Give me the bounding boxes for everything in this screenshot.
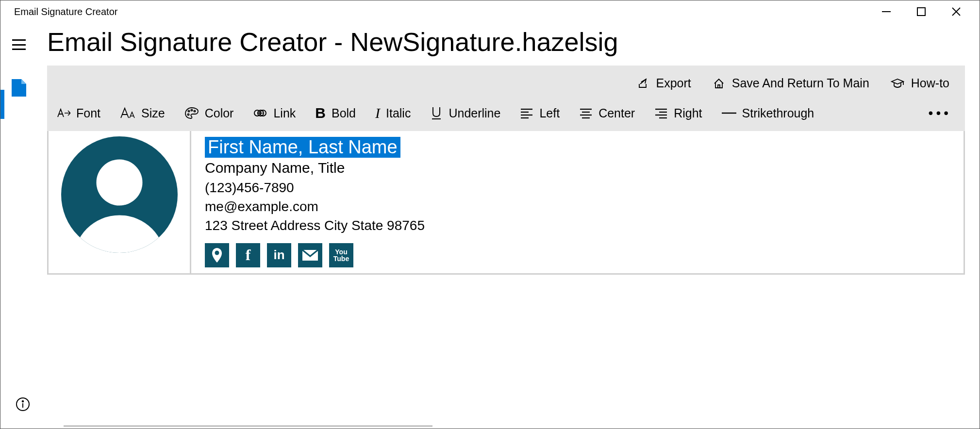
signature-name[interactable]: First Name, Last Name (205, 137, 400, 158)
align-right-label: Right (674, 106, 702, 120)
menu-button[interactable] (12, 39, 26, 50)
linkedin-icon[interactable]: in (267, 243, 291, 267)
signature-company[interactable]: Company Name, Title (205, 158, 950, 178)
align-left-button[interactable]: Left (520, 106, 560, 120)
font-icon (56, 106, 70, 120)
maximize-button[interactable] (915, 6, 927, 17)
save-return-button[interactable]: Save And Return To Main (713, 76, 869, 90)
svg-point-29 (215, 250, 219, 255)
size-icon (120, 106, 135, 120)
svg-point-7 (187, 114, 189, 115)
link-icon (253, 108, 267, 118)
graduation-icon (891, 77, 904, 90)
size-button[interactable]: Size (120, 106, 165, 120)
horizontal-scrollbar[interactable] (64, 425, 432, 427)
svg-point-4 (188, 110, 189, 112)
minimize-button[interactable] (880, 6, 892, 17)
home-icon (713, 77, 725, 90)
more-button[interactable]: ••• (929, 105, 951, 121)
close-button[interactable] (950, 6, 962, 17)
signature-text-panel[interactable]: First Name, Last Name Company Name, Titl… (191, 131, 963, 273)
svg-rect-1 (917, 8, 925, 16)
export-label: Export (656, 76, 691, 90)
align-left-icon (520, 107, 533, 119)
howto-button[interactable]: How-to (891, 76, 949, 90)
bold-label: Bold (332, 106, 356, 120)
underline-icon (430, 106, 443, 120)
strike-button[interactable]: Strikethrough (722, 106, 814, 120)
social-icons-row: f in You Tube (205, 243, 950, 267)
export-icon (637, 77, 649, 90)
titlebar: Email Signature Creator (0, 0, 980, 23)
italic-label: Italic (386, 106, 411, 120)
facebook-icon[interactable]: f (236, 243, 260, 267)
ribbon-toolbar: Font Size (47, 98, 965, 131)
font-label: Font (76, 106, 100, 120)
signature-address[interactable]: 123 Street Address City State 98765 (205, 216, 950, 235)
svg-point-6 (194, 110, 195, 112)
svg-point-32 (22, 401, 24, 402)
save-return-label: Save And Return To Main (732, 76, 869, 90)
window-controls (880, 6, 980, 17)
color-button[interactable]: Color (184, 106, 234, 120)
link-button[interactable]: Link (253, 106, 296, 120)
underline-button[interactable]: Underline (430, 106, 500, 120)
howto-label: How-to (911, 76, 949, 90)
svg-point-5 (191, 109, 192, 111)
avatar-panel (49, 131, 191, 273)
bold-icon: B (315, 105, 326, 121)
link-label: Link (273, 106, 296, 120)
location-icon[interactable] (205, 243, 229, 267)
main-area: Email Signature Creator - NewSignature.h… (37, 23, 980, 429)
italic-button[interactable]: I Italic (375, 105, 411, 121)
align-center-button[interactable]: Center (579, 106, 635, 120)
window-title: Email Signature Creator (14, 6, 117, 17)
underline-label: Underline (448, 106, 500, 120)
bold-button[interactable]: B Bold (315, 105, 356, 121)
align-right-button[interactable]: Right (654, 106, 702, 120)
active-tab-indicator (0, 90, 4, 119)
ribbon-top-row: Export Save And Return To Main (47, 66, 965, 98)
signature-preview: First Name, Last Name Company Name, Titl… (47, 131, 965, 275)
avatar-icon[interactable] (59, 134, 180, 257)
align-right-icon (654, 107, 668, 119)
ribbon: Export Save And Return To Main (47, 66, 965, 131)
svg-point-27 (96, 160, 142, 206)
align-center-label: Center (598, 106, 635, 120)
align-left-label: Left (539, 106, 560, 120)
file-tab[interactable] (11, 78, 27, 99)
size-label: Size (141, 106, 165, 120)
mail-icon[interactable] (298, 243, 322, 267)
font-button[interactable]: Font (56, 106, 100, 120)
page-title: Email Signature Creator - NewSignature.h… (47, 27, 965, 57)
sidebar (0, 23, 37, 429)
strike-icon (722, 111, 736, 116)
palette-icon (184, 106, 199, 120)
youtube-icon[interactable]: You Tube (329, 243, 353, 267)
about-button[interactable] (15, 396, 31, 414)
align-center-icon (579, 107, 593, 119)
italic-icon: I (375, 105, 380, 121)
more-icon: ••• (929, 105, 951, 121)
signature-phone[interactable]: (123)456-7890 (205, 178, 950, 197)
color-label: Color (205, 106, 234, 120)
signature-email[interactable]: me@example.com (205, 197, 950, 216)
strike-label: Strikethrough (742, 106, 814, 120)
export-button[interactable]: Export (637, 76, 691, 90)
